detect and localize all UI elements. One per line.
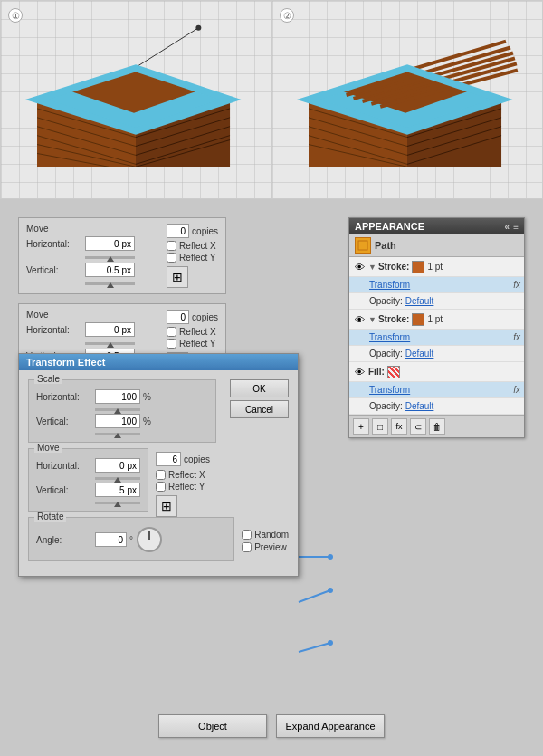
ap-stroke-label-1: Stroke: bbox=[378, 262, 409, 272]
ap-opacity-row-3: Opacity: Default bbox=[349, 398, 524, 415]
move1-transform-icon[interactable]: ⊞ bbox=[167, 266, 188, 288]
ap-fx-btn[interactable]: fx bbox=[391, 418, 407, 435]
move-h-input[interactable] bbox=[95, 458, 140, 473]
ap-fx-2: fx bbox=[513, 332, 520, 342]
ap-title-icons: « ≡ bbox=[505, 222, 519, 232]
ap-menu-icon[interactable]: ≡ bbox=[513, 222, 519, 232]
ap-stroke-swatch-2[interactable] bbox=[412, 313, 424, 326]
dialog-title: Transform Effect bbox=[26, 357, 105, 368]
ap-transform-row-3: Transform fx bbox=[349, 382, 524, 398]
ap-stroke-weight-1: 1 pt bbox=[427, 262, 443, 272]
te-reflect-x[interactable] bbox=[156, 470, 166, 480]
move1-reflect-x[interactable] bbox=[167, 241, 176, 251]
ap-content: 👁 ▼ Stroke: 1 pt Transform fx Opacity: D… bbox=[349, 257, 524, 415]
ap-eye-fill[interactable]: 👁 bbox=[353, 366, 366, 378]
canvas-left: ① bbox=[0, 0, 272, 199]
ap-eye-1[interactable]: 👁 bbox=[353, 261, 366, 273]
object-button[interactable]: Object bbox=[158, 714, 267, 738]
move-v-input[interactable] bbox=[95, 483, 140, 497]
ap-path-bar: Path bbox=[349, 234, 524, 257]
ap-opacity-row-1: Opacity: Default bbox=[349, 293, 524, 310]
ap-title: APPEARANCE bbox=[355, 221, 424, 232]
ap-fx-3: fx bbox=[513, 385, 520, 395]
svg-line-41 bbox=[299, 590, 330, 602]
ap-opacity-val-1[interactable]: Default bbox=[405, 296, 434, 306]
scale-v-unit: % bbox=[143, 416, 151, 426]
ap-opacity-label-2: Opacity: bbox=[369, 349, 403, 359]
svg-rect-39 bbox=[358, 241, 367, 250]
te-transform-icon[interactable]: ⊞ bbox=[156, 495, 177, 517]
ap-stroke-row-2: 👁 ▼ Stroke: 1 pt bbox=[349, 310, 524, 330]
move1-copies-input[interactable] bbox=[167, 224, 189, 238]
move1-h-input[interactable] bbox=[85, 236, 135, 251]
cancel-button[interactable]: Cancel bbox=[230, 400, 289, 418]
ap-fill-swatch[interactable] bbox=[387, 366, 400, 378]
move2-reflect-x[interactable] bbox=[167, 327, 176, 337]
canvas-right: ② bbox=[272, 0, 543, 199]
te-reflect-y[interactable] bbox=[156, 482, 166, 492]
scale-h-label: Horizontal: bbox=[36, 392, 95, 402]
ap-transform-link-1[interactable]: Transform bbox=[369, 280, 410, 290]
canvas-area: ① bbox=[0, 0, 543, 199]
ap-transform-row-1: Transform fx bbox=[349, 277, 524, 293]
scale-h-input[interactable] bbox=[95, 389, 140, 404]
appearance-panel: APPEARANCE « ≡ Path 👁 ▼ Stroke: 1 pt bbox=[348, 217, 525, 438]
ap-fx-1: fx bbox=[513, 280, 520, 290]
ap-toolbar: + □ fx ⊂ 🗑 bbox=[349, 415, 524, 437]
ap-trash-btn[interactable]: 🗑 bbox=[429, 418, 445, 435]
canvas-left-svg bbox=[1, 1, 271, 198]
ap-fill-row: 👁 Fill: bbox=[349, 362, 524, 382]
move1-h-label: Horizontal: bbox=[26, 239, 85, 249]
main-content: Move Horizontal: Vertical: bbox=[0, 199, 543, 756]
copies-label: copies bbox=[184, 455, 210, 464]
angle-input[interactable] bbox=[95, 532, 127, 547]
ap-stroke-weight-2: 1 pt bbox=[427, 314, 443, 324]
ap-add-btn[interactable]: + bbox=[353, 418, 369, 435]
bottom-bar: Object Expand Appearance bbox=[0, 714, 543, 738]
move2-h-label: Horizontal: bbox=[26, 325, 85, 335]
expand-appearance-button[interactable]: Expand Appearance bbox=[276, 714, 385, 738]
move-panel-1: Move Horizontal: Vertical: bbox=[18, 217, 226, 294]
ap-opacity-row-2: Opacity: Default bbox=[349, 346, 524, 362]
move1-reflect-y[interactable] bbox=[167, 253, 176, 263]
svg-point-44 bbox=[328, 588, 333, 593]
scale-h-unit: % bbox=[143, 392, 151, 402]
svg-point-45 bbox=[328, 640, 333, 646]
move2-h-input[interactable] bbox=[85, 322, 135, 337]
ap-transform-link-3[interactable]: Transform bbox=[369, 385, 410, 395]
ap-brush-btn[interactable]: ⊂ bbox=[410, 418, 426, 435]
angle-dial[interactable] bbox=[137, 527, 162, 552]
ap-transform-link-2[interactable]: Transform bbox=[369, 332, 410, 342]
move1-v-label: Vertical: bbox=[26, 265, 85, 275]
angle-label: Angle: bbox=[36, 535, 95, 545]
step-1-label: ① bbox=[8, 8, 23, 23]
scale-v-input[interactable] bbox=[95, 414, 140, 428]
te-preview[interactable] bbox=[242, 542, 252, 552]
ap-collapse-icon[interactable]: « bbox=[505, 222, 510, 232]
ap-opacity-val-3[interactable]: Default bbox=[405, 401, 434, 411]
ok-button[interactable]: OK bbox=[230, 379, 289, 397]
ap-square-btn[interactable]: □ bbox=[372, 418, 388, 435]
move1-v-input[interactable] bbox=[85, 263, 135, 277]
scale-section: Scale Horizontal: % Vertical: % bbox=[28, 379, 216, 443]
move-v-label: Vertical: bbox=[36, 485, 95, 495]
move-section-wrapper: Move Horizontal: Vertical: bbox=[28, 448, 216, 517]
ap-eye-2[interactable]: 👁 bbox=[353, 313, 366, 326]
move2-copies-input[interactable] bbox=[167, 310, 189, 324]
copies-section: copies Reflect X Reflect Y ⊞ bbox=[156, 448, 228, 517]
move2-copies-label: copies bbox=[192, 312, 218, 322]
ap-arrow-2: ▼ bbox=[368, 315, 376, 324]
svg-line-42 bbox=[299, 643, 330, 652]
move1-copies-label: copies bbox=[192, 226, 218, 236]
transform-effect-dialog: Transform Effect OK Cancel Scale Horizon… bbox=[18, 353, 299, 577]
te-random[interactable] bbox=[242, 530, 252, 540]
angle-unit: ° bbox=[129, 535, 133, 545]
ap-opacity-label-3: Opacity: bbox=[369, 401, 403, 411]
ap-path-label: Path bbox=[375, 240, 396, 251]
copies-input[interactable] bbox=[156, 452, 181, 466]
move2-reflect-y[interactable] bbox=[167, 339, 176, 349]
move1-title: Move bbox=[26, 224, 135, 234]
ap-opacity-val-2[interactable]: Default bbox=[405, 349, 434, 359]
ap-stroke-swatch-1[interactable] bbox=[412, 261, 424, 273]
rotate-section: Rotate Angle: ° bbox=[28, 517, 234, 561]
